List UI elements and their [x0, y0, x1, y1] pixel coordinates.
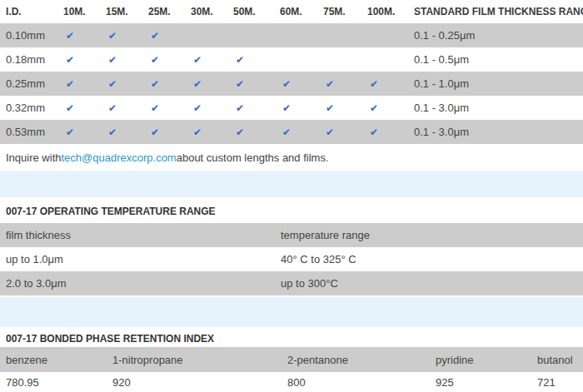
- header-cell-100m: 100M.: [361, 6, 408, 17]
- header-cell-pyridine: pyridine: [430, 354, 531, 366]
- table-row: up to 1.0μm 40° C to 325° C: [0, 247, 583, 271]
- check-cell: ✔: [100, 102, 142, 114]
- check-icon: ✔: [151, 127, 159, 138]
- retention-values-row: 780.95 920 800 925 721: [0, 372, 583, 392]
- header-cell-25m: 25M.: [142, 6, 185, 17]
- check-icon: ✔: [282, 78, 291, 90]
- info-band-middle: [0, 297, 583, 327]
- table-row-032mm: 0.32mm ✔ ✔ ✔ ✔ ✔ ✔ ✔ ✔ 0.1 - 3.0μm: [0, 96, 583, 120]
- film-range-cell: 0.1 - 1.0μm: [408, 77, 583, 90]
- nitropropane-value-cell: 920: [107, 376, 282, 389]
- check-cell: ✔: [57, 126, 100, 138]
- check-icon: ✔: [66, 127, 74, 138]
- check-cell: ✔: [185, 29, 227, 42]
- check-cell: ✔: [185, 53, 227, 66]
- check-cell: ✔: [361, 126, 408, 138]
- table-row-018mm: 0.18mm ✔ ✔ ✔ ✔ ✔ ✔ ✔ ✔ 0.1 - 0.5μm: [0, 47, 583, 72]
- check-cell: ✔: [361, 102, 408, 114]
- check-icon: ✔: [108, 78, 117, 90]
- check-cell: ✔: [100, 77, 142, 90]
- check-cell: ✔: [100, 29, 142, 42]
- benzene-value-cell: 780.95: [0, 376, 107, 389]
- header-cell-10m: 10M.: [57, 6, 100, 17]
- check-cell: ✔: [317, 77, 361, 90]
- header-cell-pentanone: 2-pentanone: [282, 354, 430, 366]
- check-cell: ✔: [361, 53, 408, 66]
- check-icon: ✔: [193, 54, 202, 66]
- email-link[interactable]: tech@quadrexcorp.com: [61, 151, 176, 164]
- check-cell: ✔: [227, 29, 274, 42]
- table-row-010mm: 0.10mm ✔ ✔ ✔ ✔ ✔ ✔ ✔ ✔ 0.1 - 0.25μm: [0, 23, 583, 47]
- check-cell: ✔: [227, 102, 274, 114]
- check-cell: ✔: [274, 102, 317, 114]
- info-band-top: [0, 171, 583, 197]
- retention-section-heading: 007-17 BONDED PHASE RETENTION INDEX: [0, 332, 583, 345]
- check-cell: ✔: [142, 77, 185, 90]
- check-cell: ✔: [142, 53, 185, 66]
- header-cell-film-thickness: film thickness: [0, 229, 275, 241]
- retention-header-row: benzene 1-nitropropane 2-pentanone pyrid…: [0, 347, 583, 372]
- inquire-suffix: about custom lengths and films.: [177, 151, 329, 164]
- check-icon: ✔: [108, 54, 117, 66]
- check-icon: ✔: [193, 102, 202, 114]
- header-cell-60m: 60M.: [274, 6, 317, 17]
- film-thickness-cell: 2.0 to 3.0μm: [0, 277, 275, 290]
- check-cell: ✔: [185, 102, 227, 114]
- film-range-cell: 0.1 - 3.0μm: [408, 102, 583, 114]
- check-icon: ✔: [236, 102, 244, 114]
- check-cell: ✔: [185, 126, 227, 138]
- film-thickness-cell: up to 1.0μm: [0, 253, 275, 265]
- header-cell-film-range: STANDARD FILM THICKNESS RANGE: [408, 6, 583, 17]
- check-cell: ✔: [317, 126, 361, 138]
- check-icon: ✔: [151, 102, 159, 114]
- column-availability-table: I.D. 10M. 15M. 25M. 30M. 50M. 60M. 75M. …: [0, 0, 583, 144]
- check-icon: ✔: [193, 78, 202, 90]
- table-row: 2.0 to 3.0μm up to 300°C: [0, 271, 583, 295]
- check-icon: ✔: [66, 102, 74, 114]
- id-cell: 0.25mm: [0, 77, 57, 90]
- check-cell: ✔: [227, 126, 274, 138]
- inquire-note: Inquire with tech@quadrexcorp.com about …: [0, 144, 583, 171]
- check-icon: ✔: [370, 127, 378, 138]
- id-cell: 0.32mm: [0, 102, 57, 114]
- check-cell: ✔: [317, 29, 361, 42]
- check-cell: ✔: [227, 77, 274, 90]
- check-cell: ✔: [100, 126, 142, 138]
- temperature-table: film thickness temperature range up to 1…: [0, 223, 583, 295]
- check-cell: ✔: [100, 53, 142, 66]
- check-cell: ✔: [274, 126, 317, 138]
- header-cell-nitropropane: 1-nitropropane: [107, 354, 282, 366]
- check-cell: ✔: [57, 77, 100, 90]
- check-cell: ✔: [57, 53, 100, 66]
- inquire-prefix: Inquire with: [6, 151, 61, 164]
- temperature-header-row: film thickness temperature range: [0, 223, 583, 247]
- film-range-cell: 0.1 - 0.5μm: [408, 53, 583, 66]
- header-cell-temperature-range: temperature range: [275, 229, 583, 241]
- check-cell: ✔: [57, 102, 100, 114]
- temperature-range-cell: up to 300°C: [275, 277, 583, 290]
- film-range-cell: 0.1 - 0.25μm: [408, 29, 583, 42]
- butanol-value-cell: 721: [531, 376, 583, 389]
- check-cell: ✔: [57, 29, 100, 42]
- check-icon: ✔: [326, 127, 334, 138]
- check-cell: ✔: [317, 53, 361, 66]
- check-cell: ✔: [317, 102, 361, 114]
- check-cell: ✔: [142, 102, 185, 114]
- temperature-range-cell: 40° C to 325° C: [275, 253, 583, 265]
- check-cell: ✔: [142, 126, 185, 138]
- header-cell-30m: 30M.: [185, 6, 227, 17]
- header-cell-50m: 50M.: [227, 6, 274, 17]
- check-icon: ✔: [66, 30, 74, 42]
- film-range-cell: 0.1 - 3.0μm: [408, 126, 583, 138]
- availability-header-row: I.D. 10M. 15M. 25M. 30M. 50M. 60M. 75M. …: [0, 0, 583, 23]
- check-icon: ✔: [193, 127, 202, 138]
- check-icon: ✔: [66, 78, 74, 90]
- check-icon: ✔: [108, 127, 117, 138]
- header-cell-75m: 75M.: [317, 6, 361, 17]
- header-cell-15m: 15M.: [100, 6, 142, 17]
- check-icon: ✔: [151, 78, 159, 90]
- header-cell-id: I.D.: [0, 6, 57, 17]
- check-cell: ✔: [361, 77, 408, 90]
- check-icon: ✔: [108, 30, 117, 42]
- check-cell: ✔: [227, 53, 274, 66]
